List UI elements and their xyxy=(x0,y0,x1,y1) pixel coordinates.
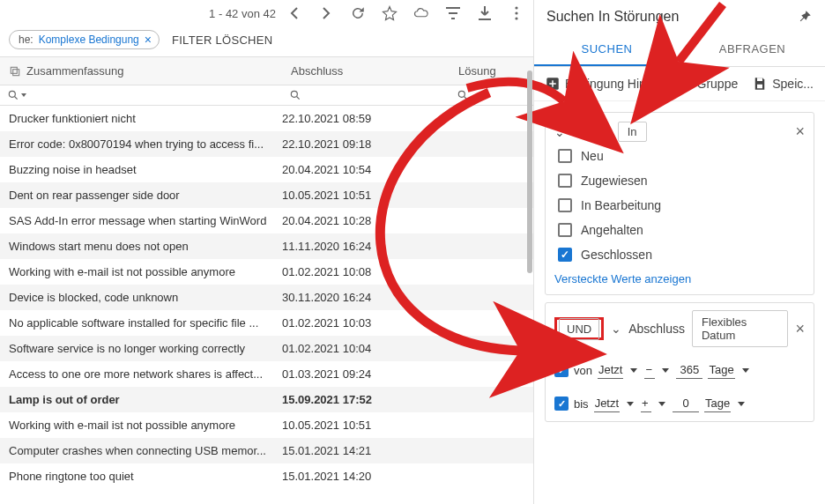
next-page-icon[interactable] xyxy=(318,5,334,21)
show-hidden-link[interactable]: Versteckte Werte anzeigen xyxy=(554,272,691,285)
status-option-neu[interactable]: Neu xyxy=(558,149,805,163)
cell-summary: Working with e-mail ist not possible any… xyxy=(9,265,282,278)
cell-summary: Working with e-mail ist not possible any… xyxy=(9,419,282,432)
table-row[interactable]: Lamp is out of order15.09.2021 17:52 xyxy=(0,387,533,412)
add-condition-button[interactable]: Bedingung Hinz... xyxy=(545,76,663,92)
chip-remove-icon[interactable]: × xyxy=(145,33,152,47)
status-option-angehalten[interactable]: Angehalten xyxy=(558,223,805,237)
save-button[interactable]: Speic... xyxy=(752,76,814,92)
table-row[interactable]: Computer crashes when connecting USB mem… xyxy=(0,438,533,463)
cell-close: 01.02.2021 10:08 xyxy=(282,265,450,278)
from-value[interactable]: 365 xyxy=(676,361,702,379)
dropdown-icon[interactable] xyxy=(738,402,745,406)
filter-group-status: ⌄ Status In × NeuZugewiesenIn Bearbeitun… xyxy=(545,112,814,295)
status-option-bearb[interactable]: In Bearbeitung xyxy=(558,198,805,212)
cell-close: 01.03.2021 09:24 xyxy=(282,367,450,381)
download-icon[interactable] xyxy=(477,5,493,21)
remove-abschluss-icon[interactable]: × xyxy=(795,320,805,338)
dropdown-icon[interactable] xyxy=(742,368,749,373)
from-checkbox[interactable] xyxy=(554,363,569,377)
to-checkbox[interactable] xyxy=(554,397,569,411)
cell-close: 22.10.2021 09:18 xyxy=(282,137,450,151)
prev-page-icon[interactable] xyxy=(286,5,302,21)
table-row[interactable]: Working with e-mail ist not possible any… xyxy=(0,412,533,438)
status-option-geschlossen[interactable]: Geschlossen xyxy=(558,248,805,262)
filter-chip[interactable]: he: Komplexe Bedingung × xyxy=(9,30,160,49)
more-icon[interactable] xyxy=(509,5,524,21)
table-row[interactable]: Device is blocked, code unknown30.11.202… xyxy=(0,285,533,310)
panel-title: Suchen In Störungen xyxy=(546,9,797,25)
tab-queries[interactable]: ABFRAGEN xyxy=(680,33,825,66)
cell-solution xyxy=(450,265,524,278)
conjunction-select[interactable]: UND xyxy=(559,318,599,340)
cell-close: 20.04.2021 10:54 xyxy=(282,163,450,176)
dropdown-icon[interactable] xyxy=(658,402,665,406)
cell-solution xyxy=(450,112,524,125)
table-row[interactable]: Drucker funktioniert nicht22.10.2021 08:… xyxy=(0,106,533,131)
cell-close: 22.10.2021 08:59 xyxy=(282,112,450,125)
table-row[interactable]: Phone ringtone too quiet15.01.2021 14:20 xyxy=(0,463,533,489)
cell-summary: Access to one ore more network shares is… xyxy=(9,367,282,381)
summary-filter-input[interactable] xyxy=(0,85,282,105)
copy-icon[interactable] xyxy=(9,65,21,78)
solution-filter-input[interactable] xyxy=(450,85,533,105)
cell-solution xyxy=(450,316,524,330)
checkbox-icon xyxy=(558,149,572,163)
status-operator-select[interactable]: In xyxy=(618,122,647,142)
status-option-zugewiesen[interactable]: Zugewiesen xyxy=(558,174,805,188)
checkbox-icon xyxy=(558,174,572,188)
date-from-row: von Jetzt − 365 Tage xyxy=(554,361,805,379)
checkbox-icon xyxy=(558,248,572,262)
table-row[interactable]: Dent on rear passenger side door10.05.20… xyxy=(0,182,533,208)
table-row[interactable]: Buzzing noise in headset20.04.2021 10:54 xyxy=(0,157,533,182)
date-to-row: bis Jetzt + 0 Tage xyxy=(554,395,805,412)
close-filter-input[interactable] xyxy=(282,85,450,105)
to-unit[interactable]: Tage xyxy=(704,395,731,412)
to-op[interactable]: + xyxy=(641,395,651,412)
table-row[interactable]: SAS Add-In error message when starting W… xyxy=(0,208,533,233)
und-highlight: UND xyxy=(554,317,604,340)
from-op[interactable]: − xyxy=(644,361,655,379)
col-summary-header[interactable]: Zusammenfassung xyxy=(26,64,124,78)
cell-close: 20.04.2021 10:28 xyxy=(282,214,450,227)
table-row[interactable]: Access to one ore more network shares is… xyxy=(0,361,533,387)
table-row[interactable]: Error code: 0x80070194 when trying to ac… xyxy=(0,131,533,157)
add-group-button[interactable]: Gruppe xyxy=(677,76,739,92)
dropdown-icon[interactable] xyxy=(630,368,637,373)
cloud-icon[interactable] xyxy=(413,5,429,21)
dropdown-icon[interactable] xyxy=(662,368,669,373)
cell-solution xyxy=(450,470,524,483)
cell-summary: SAS Add-In error message when starting W… xyxy=(9,214,282,227)
svg-point-7 xyxy=(458,91,465,97)
clear-filter-link[interactable]: FILTER LÖSCHEN xyxy=(172,33,272,47)
cell-solution xyxy=(450,342,524,355)
from-ref[interactable]: Jetzt xyxy=(598,361,623,379)
remove-status-icon[interactable]: × xyxy=(795,122,805,141)
col-close-header[interactable]: Abschluss xyxy=(291,64,343,78)
svg-point-1 xyxy=(515,11,517,14)
cell-summary: Phone ringtone too quiet xyxy=(9,470,282,483)
col-solution-header[interactable]: Lösung xyxy=(458,64,496,78)
date-mode-select[interactable]: Flexibles Datum xyxy=(692,310,789,347)
cell-summary: Computer crashes when connecting USB mem… xyxy=(9,444,282,457)
star-icon[interactable] xyxy=(382,5,398,21)
dropdown-icon[interactable] xyxy=(627,402,634,406)
scrollbar-thumb[interactable] xyxy=(527,70,532,273)
chevron-down-icon[interactable]: ⌄ xyxy=(554,125,565,139)
status-option-label: Geschlossen xyxy=(581,248,652,262)
to-value[interactable]: 0 xyxy=(673,395,699,412)
table-row[interactable]: No applicable software installed for spe… xyxy=(0,310,533,336)
table-row[interactable]: Software service is no longer working co… xyxy=(0,336,533,361)
from-unit[interactable]: Tage xyxy=(708,361,734,379)
pin-icon[interactable] xyxy=(797,9,813,25)
filter-icon[interactable] xyxy=(445,5,461,21)
table-row[interactable]: Windows start menu does not open11.11.20… xyxy=(0,233,533,259)
refresh-icon[interactable] xyxy=(350,5,366,21)
status-option-label: Neu xyxy=(581,149,604,163)
chevron-down-icon[interactable]: ⌄ xyxy=(611,322,621,336)
table-row[interactable]: Working with e-mail ist not possible any… xyxy=(0,259,533,285)
to-ref[interactable]: Jetzt xyxy=(594,395,620,412)
svg-rect-3 xyxy=(13,69,19,75)
tab-search[interactable]: SUCHEN xyxy=(534,33,680,66)
cell-summary: Lamp is out of order xyxy=(9,393,282,406)
